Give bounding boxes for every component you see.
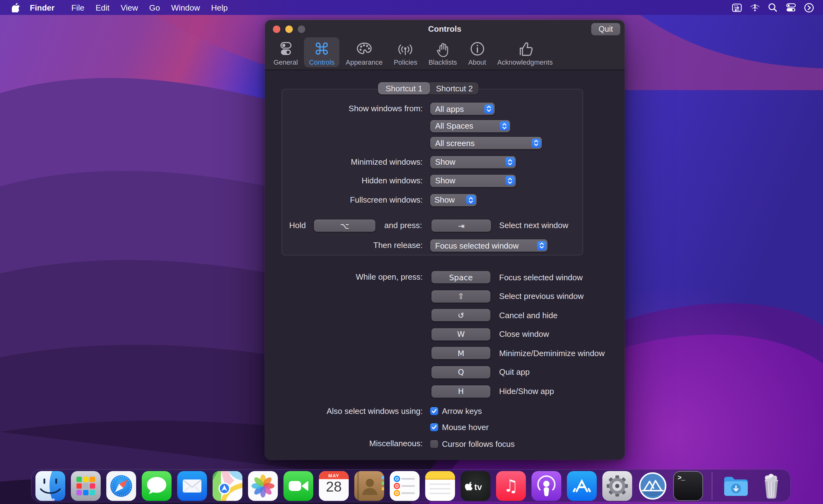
dock-icon-tv[interactable]: tv xyxy=(460,470,491,501)
mouse-hover-checkbox[interactable] xyxy=(430,423,438,431)
menubar-app-name[interactable]: Finder xyxy=(30,3,54,12)
broadcast-icon xyxy=(397,39,414,58)
tab-acknowledgments[interactable]: Acknowledgments xyxy=(492,37,558,67)
menubar-menu-item[interactable]: File xyxy=(65,3,90,12)
dropdown-stepper-icon xyxy=(484,104,493,114)
close-window-button[interactable] xyxy=(273,25,280,33)
calendar-month: MAY xyxy=(319,473,349,478)
dropdown-value: All Spaces xyxy=(435,121,473,131)
shortcut-key-recorder[interactable]: W xyxy=(432,328,490,341)
dropdown-value: Focus selected window xyxy=(435,241,519,250)
hidden-windows-dropdown[interactable]: Show xyxy=(430,174,516,187)
dock-icon-safari[interactable] xyxy=(106,470,137,501)
spaces-row: All Spaces xyxy=(265,120,625,132)
hold-key-recorder[interactable]: ⌥ xyxy=(314,219,375,232)
row-label: Minimized windows: xyxy=(351,156,423,168)
then-release-dropdown[interactable]: Focus selected window xyxy=(430,239,548,252)
alttab-preferences-window: Controls Quit General ⌘ Cont xyxy=(265,20,625,460)
window-switcher-icon[interactable] xyxy=(730,2,743,13)
show-windows-from-dropdown[interactable]: All apps xyxy=(430,103,495,115)
stop-hand-icon xyxy=(435,39,451,58)
dock-icon-messages[interactable] xyxy=(141,470,172,501)
shortcut-key-recorder[interactable]: ↺ xyxy=(432,309,490,321)
spaces-dropdown[interactable]: All Spaces xyxy=(430,120,510,132)
quit-button[interactable]: Quit xyxy=(591,23,620,35)
menubar-menu-item[interactable]: Help xyxy=(205,3,233,12)
menubar-menu-item[interactable]: View xyxy=(115,3,144,12)
terminal-prompt-glyph: >_ xyxy=(678,474,684,481)
dock-icon-trash[interactable] xyxy=(756,470,787,501)
dock-icon-music[interactable]: ♫ xyxy=(495,470,526,501)
tab-blacklists[interactable]: Blacklists xyxy=(424,37,462,67)
menubar-menu-item[interactable]: Window xyxy=(166,3,206,12)
menubar-menus: FileEditViewGoWindowHelp xyxy=(65,3,233,12)
shortcut-key-recorder[interactable]: H xyxy=(432,385,490,397)
shortcut-action-label: Select next window xyxy=(499,219,568,232)
shortcut-row: M Minimize/Deminimize window xyxy=(432,347,605,359)
spotlight-search-icon[interactable] xyxy=(767,2,779,13)
dock-icon-alttab[interactable] xyxy=(637,470,668,501)
dropdown-value: Show xyxy=(435,195,455,204)
shortcut-key-recorder[interactable]: M xyxy=(432,347,490,359)
info-icon xyxy=(469,39,485,58)
dock-icon-podcasts[interactable] xyxy=(531,470,562,501)
checkbox-label: Cursor follows focus xyxy=(442,439,515,448)
miscellaneous-label: Miscellaneous: xyxy=(369,438,423,450)
row-label: Fullscreen windows: xyxy=(350,194,423,206)
dock-icon-facetime[interactable] xyxy=(283,470,314,501)
shortcut-row: H Hide/Show app xyxy=(432,385,605,397)
fullscreen-windows-dropdown[interactable]: Show xyxy=(430,194,477,206)
dock-icon-downloads[interactable] xyxy=(720,470,752,501)
tab-shortcut-1[interactable]: Shortcut 1 xyxy=(378,82,430,95)
shortcut-key-recorder[interactable]: Space xyxy=(432,271,490,283)
menubar-menu-item[interactable]: Edit xyxy=(90,3,115,12)
tab-about[interactable]: About xyxy=(463,37,491,67)
dock-icon-contacts[interactable] xyxy=(354,470,385,501)
shortcut-row: Space Focus selected window xyxy=(432,271,605,283)
tab-controls[interactable]: ⌘ Controls xyxy=(304,37,339,67)
minimized-windows-row: Minimized windows: Show xyxy=(265,156,625,168)
apple-menu[interactable] xyxy=(12,3,20,12)
dock-icon-notes[interactable] xyxy=(425,470,456,501)
dock-icon-mail[interactable] xyxy=(177,470,208,501)
shortcut-action-label: Select previous window xyxy=(499,292,584,301)
tab-label: Controls xyxy=(309,58,334,66)
tab-general[interactable]: General xyxy=(269,37,303,67)
dock-icon-system-preferences[interactable] xyxy=(602,470,633,501)
arrow-keys-checkbox[interactable] xyxy=(430,407,438,415)
dock-icon-launchpad[interactable] xyxy=(70,470,101,501)
dock-icon-photos[interactable] xyxy=(248,470,279,501)
fullscreen-windows-row: Fullscreen windows: Show xyxy=(265,194,625,206)
menu-bar: Finder FileEditViewGoWindowHelp xyxy=(0,0,823,15)
tab-policies[interactable]: Policies xyxy=(389,37,423,67)
dock-icon-app-store[interactable] xyxy=(566,470,597,501)
fast-user-switching-icon[interactable] xyxy=(803,2,815,13)
shortcut-key-recorder[interactable]: ⇧ xyxy=(432,290,490,302)
shortcut-action-label: Minimize/Deminimize window xyxy=(499,349,605,358)
dock-icon-maps[interactable] xyxy=(212,470,243,501)
dock-icon-calendar[interactable]: MAY 28 xyxy=(318,470,349,501)
tab-label: About xyxy=(468,58,486,66)
shortcut-action-label: Quit app xyxy=(499,368,530,377)
dropdown-stepper-icon xyxy=(537,241,546,250)
shortcut-key-recorder[interactable]: Q xyxy=(432,366,490,378)
dock-icon-reminders[interactable] xyxy=(389,470,420,501)
screens-dropdown[interactable]: All screens xyxy=(430,137,542,149)
while-open-shortcut-list: Space Focus selected window ⇧ Select pre… xyxy=(432,271,605,397)
tv-label-glyph: tv xyxy=(474,482,482,492)
menubar-menu-item[interactable]: Go xyxy=(144,3,166,12)
minimized-windows-dropdown[interactable]: Show xyxy=(430,156,516,168)
control-center-icon[interactable] xyxy=(785,2,797,13)
finder-running-indicator xyxy=(52,498,55,501)
dropdown-stepper-icon xyxy=(499,121,509,131)
tab-shortcut-2[interactable]: Shortcut 2 xyxy=(430,82,479,95)
dock-icon-terminal[interactable]: >_ xyxy=(673,470,704,501)
press-key-recorder[interactable]: ⇥ xyxy=(432,219,491,232)
dock-icon-finder[interactable] xyxy=(35,470,66,501)
cursor-follows-focus-checkbox[interactable] xyxy=(430,440,438,448)
wifi-warning-icon[interactable] xyxy=(749,2,761,13)
tab-appearance[interactable]: Appearance xyxy=(341,37,387,67)
tab-label: Policies xyxy=(394,58,418,66)
tab-label: General xyxy=(274,58,298,66)
minimize-window-button[interactable] xyxy=(285,25,293,33)
